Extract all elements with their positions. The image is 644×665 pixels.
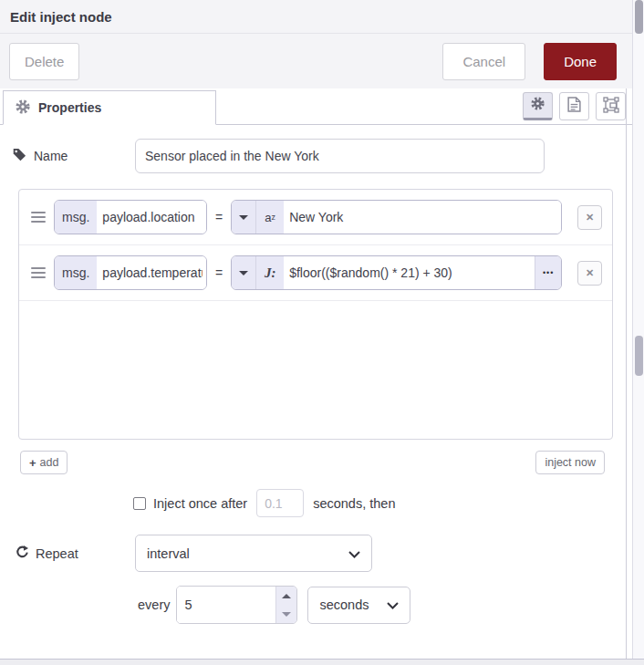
- tab-properties[interactable]: Properties: [3, 90, 216, 125]
- inject-once-suffix: seconds, then: [313, 496, 395, 511]
- name-label: Name: [13, 148, 135, 164]
- chevron-down-icon: [282, 612, 291, 617]
- string-type-icon: az: [256, 201, 284, 234]
- equals-sign: =: [215, 265, 223, 280]
- cancel-button[interactable]: Cancel: [442, 43, 525, 80]
- inject-once-checkbox[interactable]: [133, 497, 146, 510]
- chevron-down-icon: [387, 597, 399, 612]
- inject-now-button[interactable]: inject now: [535, 451, 605, 474]
- ellipsis-icon: •••: [543, 268, 554, 277]
- property-row: msg. = az ✕: [19, 190, 612, 245]
- property-value-input[interactable]: [284, 201, 561, 234]
- close-icon: ✕: [586, 212, 594, 223]
- drag-handle-icon[interactable]: [31, 212, 46, 223]
- gear-icon: [16, 99, 30, 117]
- equals-sign: =: [215, 210, 223, 224]
- scrollbar-thumb[interactable]: [635, 336, 643, 376]
- dialog-header: Edit inject node: [0, 0, 632, 34]
- property-value-input[interactable]: [284, 256, 535, 289]
- type-select-button[interactable]: [232, 201, 256, 234]
- property-key-input[interactable]: [97, 256, 206, 289]
- remove-row-button[interactable]: ✕: [577, 261, 602, 286]
- content-right-border: [626, 88, 627, 659]
- dialog-title: Edit inject node: [10, 9, 112, 25]
- spinner-down-button[interactable]: [276, 605, 296, 623]
- name-row: Name: [13, 139, 632, 173]
- typed-value-input: J: •••: [231, 255, 562, 290]
- property-key-input[interactable]: [97, 201, 206, 234]
- typed-value-input: az: [231, 200, 562, 234]
- msg-property-input: msg.: [54, 200, 207, 234]
- delete-button[interactable]: Delete: [9, 43, 79, 80]
- properties-tab-button[interactable]: [523, 92, 553, 120]
- repeat-select[interactable]: interval: [135, 535, 372, 572]
- type-select-button[interactable]: [232, 256, 256, 289]
- add-property-button[interactable]: + add: [20, 451, 68, 474]
- msg-prefix: msg.: [55, 256, 97, 289]
- interval-count-input[interactable]: [177, 587, 275, 623]
- repeat-icon: [16, 545, 29, 562]
- tab-properties-label: Properties: [38, 100, 101, 115]
- inject-delay-input[interactable]: [256, 489, 304, 517]
- interval-count-field: [176, 586, 297, 624]
- appearance-tab-button[interactable]: [596, 92, 626, 120]
- scrollbar[interactable]: [632, 0, 644, 665]
- document-icon: [567, 97, 581, 116]
- appearance-frame-icon: [603, 97, 619, 117]
- scrollbar-thumb[interactable]: [635, 0, 643, 34]
- msg-prefix: msg.: [55, 201, 97, 234]
- repeat-row: Repeat interval: [16, 535, 632, 572]
- chevron-up-icon: [282, 594, 291, 598]
- repeat-label: Repeat: [16, 545, 135, 562]
- tab-icon-toolbar: [523, 92, 626, 120]
- expand-editor-button[interactable]: •••: [535, 256, 561, 289]
- dialog-bottom-edge: [0, 659, 644, 665]
- interval-unit-select[interactable]: seconds: [307, 587, 410, 624]
- name-input[interactable]: [135, 139, 545, 173]
- chevron-down-icon: [239, 215, 248, 220]
- description-tab-button[interactable]: [559, 92, 589, 120]
- chevron-down-icon: [239, 271, 248, 275]
- spinner-up-button[interactable]: [276, 587, 296, 605]
- drag-handle-icon[interactable]: [31, 267, 46, 278]
- expression-type-icon: J:: [256, 256, 284, 289]
- edit-inject-dialog: Edit inject node Delete Cancel Done: [0, 0, 644, 665]
- properties-list: msg. = az ✕ msg.: [18, 189, 613, 440]
- inject-once-row: Inject once after seconds, then: [133, 489, 632, 517]
- tag-icon: [13, 148, 26, 164]
- list-actions-row: + add inject now: [20, 451, 605, 474]
- dialog-toolbar: Delete Cancel Done: [0, 34, 632, 88]
- property-row: msg. = J: ••• ✕: [19, 245, 612, 301]
- chevron-down-icon: [348, 546, 360, 561]
- interval-row: every seconds: [138, 586, 632, 624]
- inject-once-label: Inject once after: [153, 496, 247, 511]
- plus-icon: +: [29, 456, 36, 470]
- done-button[interactable]: Done: [544, 43, 617, 80]
- msg-property-input: msg.: [54, 255, 207, 290]
- remove-row-button[interactable]: ✕: [577, 205, 602, 230]
- close-icon: ✕: [586, 267, 594, 279]
- gear-icon: [531, 97, 545, 114]
- every-label: every: [138, 597, 170, 612]
- editor-tabs: Properties: [0, 88, 632, 125]
- number-spinner: [275, 587, 296, 623]
